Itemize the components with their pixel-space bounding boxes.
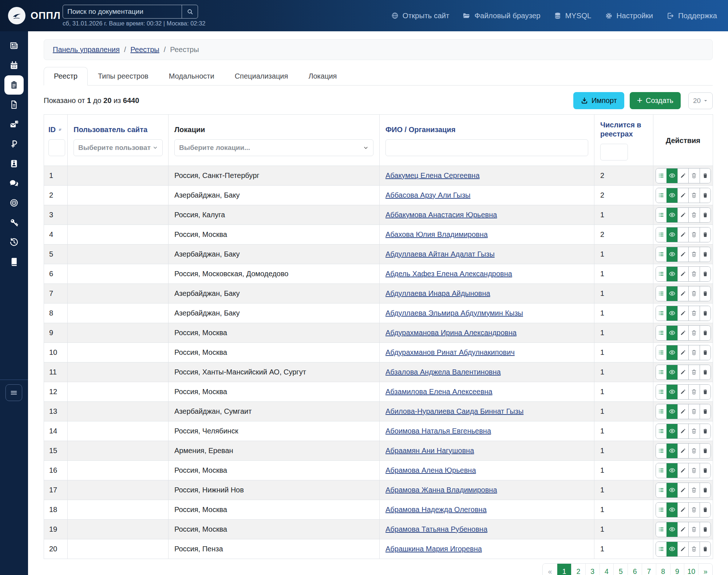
row-action-registries-button[interactable] bbox=[656, 306, 666, 321]
column-header-name[interactable]: ФИО / Организация bbox=[380, 115, 594, 166]
nav-support[interactable]: Поддержка bbox=[666, 11, 717, 20]
sidebar-item-news[interactable] bbox=[0, 36, 28, 55]
row-action-remove-button[interactable] bbox=[688, 168, 699, 183]
row-action-remove-button[interactable] bbox=[688, 345, 699, 360]
sidebar-item-registries[interactable] bbox=[0, 75, 28, 95]
row-action-view-button[interactable] bbox=[666, 404, 677, 419]
row-name-link[interactable]: Абдуллаева Эльмира Абдулмумин Кызы bbox=[385, 309, 523, 317]
sidebar-item-mailings[interactable] bbox=[0, 114, 28, 134]
row-action-registries-button[interactable] bbox=[656, 503, 666, 517]
row-action-view-button[interactable] bbox=[666, 463, 677, 478]
pagination-page-5[interactable]: 5 bbox=[613, 564, 628, 575]
row-action-view-button[interactable] bbox=[666, 326, 677, 340]
create-button[interactable]: + Создать bbox=[630, 92, 681, 109]
registries-filter-input[interactable] bbox=[600, 144, 628, 160]
row-name-link[interactable]: Абдуллаева Айтан Адалат Гызы bbox=[385, 250, 495, 258]
sidebar-item-targets[interactable] bbox=[0, 193, 28, 213]
tab-location[interactable]: Локация bbox=[298, 67, 347, 86]
nav-mysql[interactable]: MYSQL bbox=[554, 11, 592, 20]
row-action-delete-button[interactable] bbox=[700, 168, 711, 183]
sidebar-item-handbook[interactable] bbox=[0, 252, 28, 271]
tab-registry-types[interactable]: Типы реестров bbox=[88, 67, 159, 86]
row-name-link[interactable]: Абрашкина Мария Игоревна bbox=[385, 545, 482, 553]
row-name-link[interactable]: Абахова Юлия Владимировна bbox=[385, 230, 488, 238]
row-action-view-button[interactable] bbox=[666, 208, 677, 222]
row-action-delete-button[interactable] bbox=[700, 385, 711, 399]
row-action-delete-button[interactable] bbox=[700, 542, 711, 556]
row-action-delete-button[interactable] bbox=[700, 345, 711, 360]
row-action-edit-button[interactable] bbox=[677, 247, 688, 262]
id-filter-input[interactable] bbox=[48, 139, 65, 156]
sidebar-item-chats[interactable] bbox=[0, 173, 28, 193]
pagination-page-7[interactable]: 7 bbox=[642, 564, 656, 575]
row-action-view-button[interactable] bbox=[666, 424, 677, 439]
search-button[interactable] bbox=[182, 5, 198, 18]
row-name-link[interactable]: Абдурахманов Ринат Абдулнакипович bbox=[385, 348, 515, 356]
row-action-remove-button[interactable] bbox=[688, 208, 699, 222]
row-action-view-button[interactable] bbox=[666, 365, 677, 380]
row-name-link[interactable]: Абдурахманова Ирина Александровна bbox=[385, 329, 517, 337]
row-action-delete-button[interactable] bbox=[700, 326, 711, 340]
row-name-link[interactable]: Абдуллаева Инара Айдыновна bbox=[385, 289, 490, 297]
row-action-delete-button[interactable] bbox=[700, 247, 711, 262]
row-action-view-button[interactable] bbox=[666, 168, 677, 183]
row-action-remove-button[interactable] bbox=[688, 227, 699, 242]
row-action-remove-button[interactable] bbox=[688, 326, 699, 340]
row-action-view-button[interactable] bbox=[666, 503, 677, 517]
row-action-edit-button[interactable] bbox=[677, 267, 688, 281]
row-action-remove-button[interactable] bbox=[688, 444, 699, 458]
row-name-link[interactable]: Абилова-Нуралиева Саида Биннат Гызы bbox=[385, 407, 523, 415]
row-action-remove-button[interactable] bbox=[688, 267, 699, 281]
row-action-registries-button[interactable] bbox=[656, 267, 666, 281]
row-action-delete-button[interactable] bbox=[700, 404, 711, 419]
row-action-registries-button[interactable] bbox=[656, 444, 666, 458]
row-action-edit-button[interactable] bbox=[677, 208, 688, 222]
tab-specialization[interactable]: Специализация bbox=[225, 67, 298, 86]
column-header-registries[interactable]: Числится в реестрах bbox=[594, 115, 653, 166]
row-action-view-button[interactable] bbox=[666, 522, 677, 537]
row-action-registries-button[interactable] bbox=[656, 365, 666, 380]
row-action-view-button[interactable] bbox=[666, 286, 677, 301]
row-action-remove-button[interactable] bbox=[688, 286, 699, 301]
pagination-page-2[interactable]: 2 bbox=[571, 564, 585, 575]
row-action-edit-button[interactable] bbox=[677, 463, 688, 478]
row-action-remove-button[interactable] bbox=[688, 404, 699, 419]
row-action-view-button[interactable] bbox=[666, 306, 677, 321]
row-action-edit-button[interactable] bbox=[677, 503, 688, 517]
row-action-remove-button[interactable] bbox=[688, 365, 699, 380]
pagination-prev-button[interactable]: « bbox=[543, 564, 557, 575]
row-action-delete-button[interactable] bbox=[700, 365, 711, 380]
sidebar-item-payments[interactable] bbox=[0, 134, 28, 154]
row-action-registries-button[interactable] bbox=[656, 463, 666, 478]
row-action-edit-button[interactable] bbox=[677, 483, 688, 497]
row-action-delete-button[interactable] bbox=[700, 227, 711, 242]
row-action-registries-button[interactable] bbox=[656, 522, 666, 537]
row-action-view-button[interactable] bbox=[666, 267, 677, 281]
row-action-view-button[interactable] bbox=[666, 444, 677, 458]
row-action-view-button[interactable] bbox=[666, 385, 677, 399]
user-filter-select[interactable]: Выберите пользователя... bbox=[74, 139, 163, 156]
row-action-registries-button[interactable] bbox=[656, 404, 666, 419]
pagination-page-4[interactable]: 4 bbox=[600, 564, 614, 575]
row-action-view-button[interactable] bbox=[666, 227, 677, 242]
row-action-remove-button[interactable] bbox=[688, 522, 699, 537]
row-action-delete-button[interactable] bbox=[700, 483, 711, 497]
row-action-edit-button[interactable] bbox=[677, 542, 688, 556]
row-name-link[interactable]: Абоимова Наталья Евгеньевна bbox=[385, 427, 491, 435]
row-action-delete-button[interactable] bbox=[700, 306, 711, 321]
row-action-registries-button[interactable] bbox=[656, 286, 666, 301]
tab-registry[interactable]: Реестр bbox=[44, 67, 88, 86]
pagination-page-8[interactable]: 8 bbox=[656, 564, 670, 575]
page-size-select[interactable]: 20 bbox=[688, 92, 713, 109]
nav-file-browser[interactable]: Файловый браузер bbox=[462, 11, 540, 20]
row-action-delete-button[interactable] bbox=[700, 503, 711, 517]
row-action-registries-button[interactable] bbox=[656, 345, 666, 360]
row-name-link[interactable]: Абакумец Елена Сергеевна bbox=[385, 171, 480, 179]
row-action-registries-button[interactable] bbox=[656, 227, 666, 242]
row-action-remove-button[interactable] bbox=[688, 503, 699, 517]
sidebar-item-history[interactable] bbox=[0, 232, 28, 252]
row-action-delete-button[interactable] bbox=[700, 188, 711, 203]
row-name-link[interactable]: Абрамова Алена Юрьевна bbox=[385, 466, 476, 474]
row-action-delete-button[interactable] bbox=[700, 208, 711, 222]
row-name-link[interactable]: Аббакумова Анастасия Юрьевна bbox=[385, 211, 497, 219]
